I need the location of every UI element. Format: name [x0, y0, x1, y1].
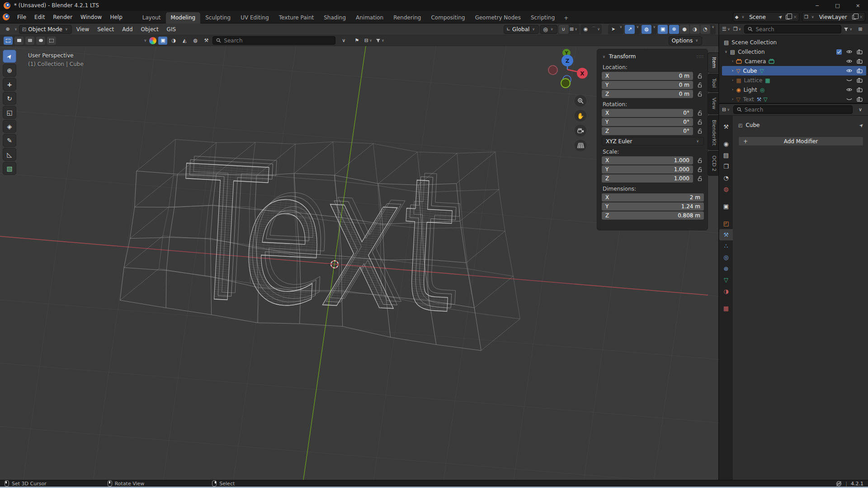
- props-tab-view-layer[interactable]: ❐: [719, 161, 733, 172]
- lock-open-icon[interactable]: [696, 167, 704, 172]
- workspace-tab-sculpting[interactable]: Sculpting: [200, 12, 236, 23]
- outliner-row-scene-collection[interactable]: ▤ Scene Collection: [722, 38, 866, 47]
- add-modifier-button[interactable]: + Add Modifier: [738, 136, 863, 146]
- expand-icon[interactable]: ›: [731, 59, 734, 63]
- workspace-tab-uv-editing[interactable]: UV Editing: [236, 12, 274, 23]
- gizmo-axis-negx[interactable]: [548, 66, 557, 75]
- viewport-menu-object[interactable]: Object: [137, 24, 162, 35]
- render-visibility-icon[interactable]: [857, 78, 863, 83]
- expand-icon[interactable]: ›: [731, 69, 734, 73]
- eye-closed-icon[interactable]: [846, 78, 852, 82]
- proportional-falloff-dropdown[interactable]: ⌒∨: [591, 25, 601, 34]
- asset-type-material-button[interactable]: ◑: [169, 37, 178, 45]
- tool-3d-cursor[interactable]: ⊕: [3, 64, 16, 77]
- lock-open-icon[interactable]: [696, 128, 704, 134]
- menu-render[interactable]: Render: [49, 11, 76, 23]
- viewport-menu-select[interactable]: Select: [94, 24, 118, 35]
- 3d-viewport[interactable]: ⊕ ∨ ◰ Object Mode ∨ View Select Add Obje…: [0, 23, 719, 480]
- snap-toggle[interactable]: ∪: [559, 25, 569, 34]
- pin-icon[interactable]: ➤: [777, 14, 784, 21]
- chevron-down-icon[interactable]: ∨: [143, 38, 147, 42]
- blender-menu-icon[interactable]: [3, 14, 9, 20]
- props-tab-physics[interactable]: ◎: [719, 252, 733, 263]
- lock-open-icon[interactable]: [696, 110, 704, 116]
- shading-wireframe-button[interactable]: ⊕: [669, 25, 679, 34]
- mode-dropdown[interactable]: ◰ Object Mode ∨: [19, 25, 72, 34]
- transform-orientation-dropdown[interactable]: ∟ Global ∨: [504, 25, 539, 34]
- dimensions-z-field[interactable]: Z0.808 m: [602, 211, 704, 220]
- scale-z-field[interactable]: Z1.000: [602, 174, 693, 183]
- props-tab-modifiers[interactable]: ⚒: [719, 229, 733, 240]
- sidebar-tab-ocd2[interactable]: OCD 2: [708, 151, 718, 176]
- display-settings-dropdown[interactable]: ⊟∨: [363, 36, 373, 45]
- props-tab-tool[interactable]: ⚒: [719, 121, 733, 132]
- pin-icon[interactable]: ➤: [858, 122, 865, 129]
- workspace-tab-modeling[interactable]: Modeling: [166, 12, 201, 23]
- props-tab-object-data[interactable]: ▽: [719, 274, 733, 286]
- blenderkit-logo-icon[interactable]: [149, 37, 156, 44]
- asset-type-scene-button[interactable]: ◭: [180, 37, 189, 45]
- select-mode-subtract-button[interactable]: [25, 37, 34, 45]
- eye-open-icon[interactable]: [846, 50, 852, 54]
- rotation-y-field[interactable]: Y0°: [602, 118, 693, 126]
- tool-add-cube[interactable]: ▧: [3, 162, 16, 175]
- lock-open-icon[interactable]: [696, 158, 704, 163]
- collapse-icon[interactable]: ∨: [724, 50, 728, 54]
- rotation-x-field[interactable]: X0°: [602, 109, 693, 117]
- select-mode-intersect-button[interactable]: [47, 37, 56, 45]
- location-x-field[interactable]: X0 m: [602, 72, 693, 80]
- bookmark-icon[interactable]: ⚑: [352, 36, 362, 45]
- outliner-row-cube[interactable]: › ▽ Cube ▽: [722, 66, 866, 75]
- asset-dropdown[interactable]: ∨: [337, 36, 350, 45]
- editor-type-icon[interactable]: ⊟∨: [722, 105, 731, 114]
- zoom-button[interactable]: [575, 95, 586, 107]
- location-y-field[interactable]: Y0 m: [602, 81, 693, 89]
- props-tab-constraints[interactable]: ⊛: [719, 263, 733, 274]
- pivot-point-dropdown[interactable]: ◎ ∨: [540, 25, 557, 34]
- lock-open-icon[interactable]: [696, 176, 704, 181]
- tool-transform[interactable]: ◈: [3, 120, 16, 133]
- workspace-tab-geometry-nodes[interactable]: Geometry Nodes: [470, 12, 526, 23]
- shading-material-button[interactable]: ◑: [690, 25, 700, 34]
- eye-closed-icon[interactable]: [846, 97, 852, 101]
- view-layer-selector[interactable]: ❐ ∨ ViewLayer ×: [802, 12, 865, 22]
- props-tab-texture[interactable]: ▦: [719, 303, 733, 314]
- object-type-visibility-dropdown[interactable]: ➤: [609, 25, 618, 34]
- menu-help[interactable]: Help: [106, 11, 126, 23]
- viewport-menu-gis[interactable]: GIS: [163, 24, 179, 35]
- asset-search-input[interactable]: Search: [212, 36, 335, 45]
- asset-type-brush-button[interactable]: ⚒: [202, 37, 211, 45]
- xray-toggle[interactable]: ▣: [658, 25, 668, 34]
- filter-dropdown[interactable]: ∨: [844, 25, 853, 34]
- location-z-field[interactable]: Z0 m: [602, 90, 693, 98]
- show-gizmo-toggle[interactable]: ↗: [625, 25, 635, 34]
- select-mode-set-button[interactable]: [4, 37, 13, 45]
- rotation-z-field[interactable]: Z0°: [602, 127, 693, 135]
- props-tab-material[interactable]: ◑: [719, 286, 733, 297]
- camera-view-button[interactable]: [575, 125, 586, 136]
- proportional-editing-toggle[interactable]: ◉: [581, 25, 591, 34]
- unlink-scene-icon[interactable]: ×: [793, 14, 797, 19]
- new-scene-icon[interactable]: [786, 15, 790, 19]
- orthographic-toggle-button[interactable]: [575, 140, 586, 151]
- workspace-tab-animation[interactable]: Animation: [351, 12, 388, 23]
- tool-scale[interactable]: ◱: [3, 106, 16, 119]
- viewport-menu-add[interactable]: Add: [118, 24, 136, 35]
- dimensions-y-field[interactable]: Y1.24 m: [602, 202, 704, 211]
- new-view-layer-icon[interactable]: [852, 15, 856, 19]
- remove-view-layer-icon[interactable]: ×: [859, 14, 863, 19]
- workspace-tab-scripting[interactable]: Scripting: [526, 12, 560, 23]
- render-visibility-icon[interactable]: [857, 87, 863, 92]
- workspace-tab-compositing[interactable]: Compositing: [426, 12, 470, 23]
- gizmo-axis-negy[interactable]: [561, 79, 570, 88]
- scale-x-field[interactable]: X1.000: [602, 156, 693, 164]
- tool-rotate[interactable]: ↻: [3, 92, 16, 105]
- props-tab-object[interactable]: ◰: [719, 218, 733, 229]
- rotation-mode-dropdown[interactable]: XYZ Euler∨: [602, 137, 704, 145]
- collection-checkbox[interactable]: [836, 49, 842, 55]
- expand-icon[interactable]: ›: [731, 78, 734, 82]
- tool-measure[interactable]: ◺: [3, 148, 16, 161]
- workspace-tab-texture-paint[interactable]: Texture Paint: [274, 12, 319, 23]
- show-overlays-toggle[interactable]: ◍: [642, 25, 651, 34]
- sidebar-tab-item[interactable]: Item: [708, 52, 718, 73]
